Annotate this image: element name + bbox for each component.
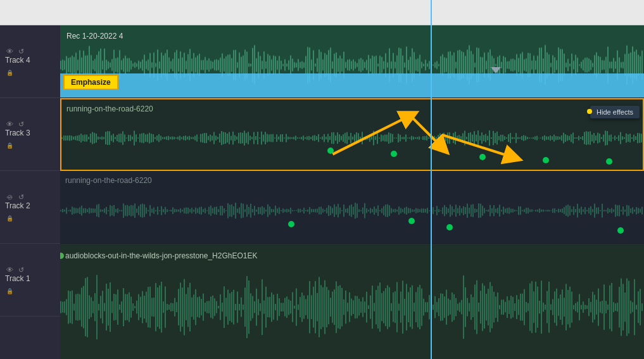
track-1-clip-label: audioblocks-out-in-the-wilds-jon-pressto… (65, 251, 257, 260)
track-3-area[interactable]: running-on-the-road-6220 Hide effects (60, 98, 644, 171)
reset-icon-3[interactable]: ↺ (16, 120, 25, 129)
reset-icon-1[interactable]: ↺ (16, 265, 25, 274)
emphasize-bar (60, 73, 644, 98)
track-2-clip-label: running-on-the-road-6220 (65, 176, 152, 185)
track-label-3: 👁 ↺ Track 3 🔒 (0, 98, 60, 171)
hide-effects-dot (587, 109, 592, 114)
track-4-clip-label: Rec 1-20-2022 4 (66, 32, 123, 41)
track-name-2: Track 2 (5, 201, 55, 210)
hide-effects-tooltip[interactable]: Hide effects (590, 106, 640, 118)
visibility-icon-1[interactable]: 👁 (5, 265, 14, 274)
timeline-area: 👁 ↺ Track 4 🔒 👁 ↺ Track 3 🔒 (0, 25, 644, 359)
track-1-content: audioblocks-out-in-the-wilds-jon-pressto… (60, 244, 644, 359)
reset-icon-2[interactable]: ↺ (16, 192, 25, 201)
keyframe-dot-3-2[interactable] (391, 151, 397, 157)
visibility-icon-3[interactable]: 👁 (5, 120, 14, 129)
track-1-area[interactable]: audioblocks-out-in-the-wilds-jon-pressto… (60, 244, 644, 359)
track-name-1: Track 1 (5, 274, 55, 283)
tracks-content: Rec 1-20-2022 4 Emphasize running-on-the… (60, 25, 644, 359)
track-label-1: 👁 ↺ Track 1 🔒 (0, 244, 60, 317)
lock-icon-4[interactable]: 🔒 (5, 68, 14, 77)
reset-icon-4[interactable]: ↺ (16, 47, 25, 56)
track-label-4: 👁 ↺ Track 4 🔒 (0, 25, 60, 98)
lock-icon-1[interactable]: 🔒 (5, 287, 14, 296)
track-name-4: Track 4 (5, 56, 55, 65)
track-labels-column: 👁 ↺ Track 4 🔒 👁 ↺ Track 3 🔒 (0, 25, 60, 359)
track-label-2: ⊘ ↺ Track 2 🔒 (0, 171, 60, 244)
keyframe-dot-3-1[interactable] (327, 148, 334, 154)
track-2-area[interactable]: running-on-the-road-6220 (60, 171, 644, 244)
track-4-area[interactable]: Rec 1-20-2022 4 Emphasize (60, 25, 644, 98)
keyframe-dot-3-4[interactable] (543, 157, 549, 163)
track-1-waveform (60, 244, 644, 359)
app-container: 👁 ↺ Track 4 🔒 👁 ↺ Track 3 🔒 (0, 0, 644, 359)
keyframe-dot-2-3[interactable] (446, 224, 453, 230)
track-2-content: running-on-the-road-6220 (60, 171, 644, 243)
keyframe-dot-3-3[interactable] (479, 154, 486, 160)
lock-icon-3[interactable]: 🔒 (5, 141, 14, 150)
visibility-icon-2[interactable]: ⊘ (5, 192, 14, 201)
keyframe-dot-2-2[interactable] (408, 218, 415, 224)
visibility-icon-4[interactable]: 👁 (5, 47, 14, 56)
lock-icon-2[interactable]: 🔒 (5, 214, 14, 223)
keyframe-dot-3-5[interactable] (606, 158, 612, 165)
track-3-content: running-on-the-road-6220 Hide effects (61, 99, 643, 170)
track-name-3: Track 3 (5, 129, 55, 137)
keyframe-dot-2-1[interactable] (288, 221, 294, 227)
track-3-clip-label: running-on-the-road-6220 (66, 104, 153, 113)
playhead-arrow (491, 67, 501, 73)
keyframe-dot-2-4[interactable] (617, 227, 624, 234)
emphasize-label[interactable]: Emphasize (63, 75, 118, 90)
top-bar (0, 0, 644, 25)
